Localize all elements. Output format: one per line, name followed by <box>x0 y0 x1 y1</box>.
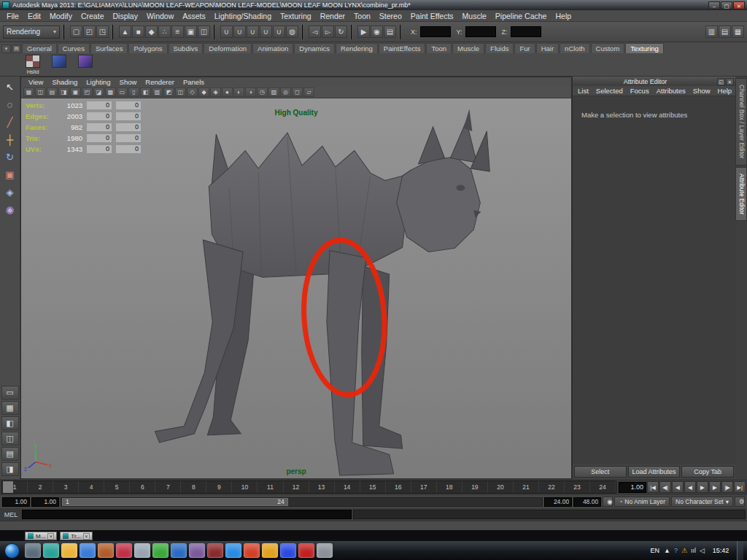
input-connections-icon[interactable]: ◅ <box>309 26 321 38</box>
shelf-tab[interactable]: Texturing <box>625 43 664 53</box>
shelf-tab[interactable]: Dynamics <box>294 43 335 53</box>
taskbar-app-9[interactable] <box>171 543 187 558</box>
show-hidden-icons-icon[interactable]: ▲ <box>664 548 670 554</box>
x-input[interactable] <box>420 26 451 37</box>
auto-keyframe-icon[interactable]: ◉ <box>603 497 613 507</box>
select-tool-icon[interactable]: ↖ <box>1 78 19 96</box>
current-frame-field[interactable] <box>619 482 646 493</box>
new-scene-icon[interactable]: ▢ <box>70 26 82 38</box>
shelf-tab[interactable]: Hair <box>536 43 559 53</box>
step-back-frame-button[interactable]: ◀ <box>672 481 684 493</box>
taskbar-app-15[interactable] <box>280 543 296 558</box>
shelf-tab[interactable]: Deformation <box>204 43 252 53</box>
safe-title-icon[interactable]: ◫ <box>175 88 186 97</box>
close-button[interactable]: ✕ <box>733 1 745 9</box>
taskbar-app-13[interactable] <box>244 543 260 558</box>
viewport-menu-item[interactable]: Show <box>115 78 142 86</box>
ambient-occlusion-icon[interactable]: ◑ <box>245 88 256 97</box>
depth-of-field-icon[interactable]: ◎ <box>280 88 291 97</box>
help-bubble-icon[interactable]: ? <box>674 548 678 554</box>
warning-icon[interactable]: ⚠ <box>681 548 687 554</box>
attribute-editor-menu-item[interactable]: Help <box>714 87 736 95</box>
grease-pencil-icon[interactable]: ◪ <box>93 88 104 97</box>
playback-end-field[interactable] <box>544 497 572 507</box>
menu-item[interactable]: Window <box>142 12 178 20</box>
taskbar-app-17[interactable] <box>317 543 333 558</box>
channel-box-tab[interactable]: Channel Box / Layer Editor <box>735 78 747 166</box>
menu-item[interactable]: Edit <box>23 12 45 20</box>
menu-set-dropdown[interactable]: Rendering ▾ <box>3 26 60 39</box>
minimized-window-tab[interactable]: M... ✕ <box>25 532 57 540</box>
output-connections-icon[interactable]: ▻ <box>322 26 334 38</box>
persp-uv-layout-icon[interactable]: ◨ <box>1 462 19 476</box>
paint-selection-tool-icon[interactable]: ╱ <box>1 113 19 131</box>
bookmarks-icon[interactable]: ◨ <box>58 88 69 97</box>
maximize-button[interactable]: ▢ <box>721 1 732 9</box>
y-input[interactable] <box>465 26 496 37</box>
menu-item[interactable]: Assets <box>178 12 210 20</box>
shelf-tab-toggle-icon[interactable]: ▾ <box>1 44 11 53</box>
menu-item[interactable]: Muscle <box>458 12 491 20</box>
status-divider[interactable] <box>63 25 67 39</box>
show-attribute-editor-icon[interactable]: ▥ <box>705 26 718 38</box>
attribute-editor-menu-item[interactable]: List <box>574 87 592 95</box>
status-divider[interactable] <box>350 25 355 39</box>
xray-icon[interactable]: ▱ <box>303 88 314 97</box>
shelf-tab[interactable]: Fluids <box>485 43 514 53</box>
shelf-menu-icon[interactable]: ▤ <box>12 44 21 53</box>
faces-mask-icon[interactable]: ▣ <box>185 26 197 38</box>
points-mask-icon[interactable]: ∴ <box>158 26 171 38</box>
step-forward-frame-button[interactable]: ▶ <box>709 481 721 493</box>
menu-item[interactable]: Create <box>77 12 109 20</box>
mel-toggle-label[interactable]: MEL <box>0 511 22 518</box>
shelf-tab[interactable]: nCloth <box>560 43 589 53</box>
pan-zoom-icon[interactable]: ◰ <box>82 88 93 97</box>
motion-blur-icon[interactable]: ◷ <box>257 88 268 97</box>
snap-to-view-plane-icon[interactable]: ∪ <box>273 26 285 38</box>
start-button[interactable] <box>4 543 20 559</box>
status-divider[interactable] <box>213 25 217 39</box>
select-camera-icon[interactable]: ▦ <box>23 88 34 97</box>
attribute-editor-button[interactable]: Copy Tab <box>681 466 734 478</box>
viewport-menu-item[interactable]: Renderer <box>141 78 179 86</box>
lock-camera-icon[interactable]: ◫ <box>35 88 46 97</box>
range-slider-track[interactable]: 1 24 <box>61 497 543 507</box>
shelf-tab[interactable]: Rendering <box>336 43 378 53</box>
snap-to-curve-icon[interactable]: ∪ <box>233 26 246 38</box>
taskbar-app-8[interactable] <box>152 543 169 558</box>
image-plane-icon[interactable]: ▣ <box>70 88 81 97</box>
shelf-tab[interactable]: Toon <box>426 43 452 53</box>
status-divider[interactable] <box>112 25 116 39</box>
shelf-tab[interactable]: Subdivs <box>169 43 204 53</box>
save-scene-icon[interactable]: ◳ <box>96 26 109 38</box>
safe-action-icon[interactable]: ◩ <box>163 88 174 97</box>
menu-item[interactable]: Toon <box>349 12 375 20</box>
menu-item[interactable]: Lighting/Shading <box>210 12 276 20</box>
animation-preferences-icon[interactable]: ⚙ <box>735 497 745 507</box>
isolate-select-icon[interactable]: ◻ <box>292 88 303 97</box>
animation-end-field[interactable] <box>573 497 601 507</box>
attribute-editor-menu-item[interactable]: Show <box>689 87 714 95</box>
single-pane-layout-icon[interactable]: ▭ <box>1 386 19 400</box>
minimize-button[interactable]: – <box>708 1 720 9</box>
field-chart-icon[interactable]: ▥ <box>152 88 163 97</box>
taskbar-app-7[interactable] <box>134 543 150 558</box>
wireframe-icon[interactable]: ◇ <box>187 88 198 97</box>
hulls-mask-icon[interactable]: ◫ <box>198 26 210 38</box>
shelf-tab[interactable]: Fur <box>514 43 535 53</box>
film-gate-icon[interactable]: ▭ <box>117 88 128 97</box>
lasso-tool-icon[interactable]: ◌ <box>1 96 19 113</box>
show-tool-settings-icon[interactable]: ▤ <box>719 26 731 38</box>
snap-to-grid-icon[interactable]: ∪ <box>220 26 233 38</box>
menu-item[interactable]: Help <box>551 12 576 20</box>
viewport-menu-item[interactable]: Lighting <box>82 78 115 86</box>
command-input[interactable] <box>22 510 352 519</box>
viewport-menu-item[interactable]: Panels <box>179 78 209 86</box>
camera-attributes-icon[interactable]: ▤ <box>47 88 58 97</box>
taskbar-app-12[interactable] <box>225 543 241 558</box>
taskbar-app-6[interactable] <box>116 543 132 558</box>
menu-item[interactable]: Pipeline Cache <box>491 12 551 20</box>
status-divider[interactable] <box>301 25 306 39</box>
show-desktop-button[interactable] <box>737 541 743 560</box>
shelf-tab[interactable]: Muscle <box>452 43 484 53</box>
